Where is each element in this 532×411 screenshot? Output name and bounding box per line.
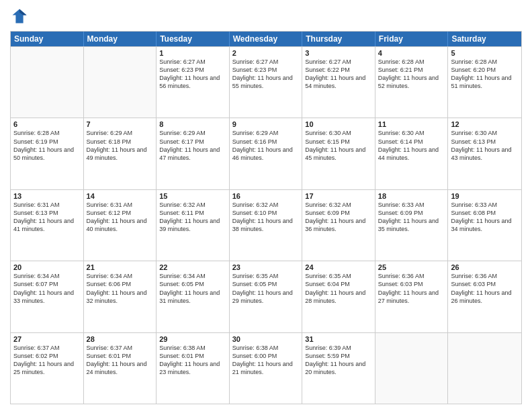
day-info: Sunrise: 6:39 AM Sunset: 5:59 PM Dayligh… xyxy=(305,344,372,377)
day-info: Sunrise: 6:36 AM Sunset: 6:03 PM Dayligh… xyxy=(378,272,445,305)
cal-cell: 17Sunrise: 6:32 AM Sunset: 6:09 PM Dayli… xyxy=(302,190,375,261)
cal-cell: 15Sunrise: 6:32 AM Sunset: 6:11 PM Dayli… xyxy=(157,190,230,261)
day-info: Sunrise: 6:29 AM Sunset: 6:16 PM Dayligh… xyxy=(232,129,300,162)
weekday-header-monday: Monday xyxy=(84,32,157,46)
cal-cell: 29Sunrise: 6:38 AM Sunset: 6:01 PM Dayli… xyxy=(157,333,230,404)
day-number: 14 xyxy=(87,192,154,200)
day-number: 5 xyxy=(451,49,519,57)
weekday-header-sunday: Sunday xyxy=(11,32,84,46)
cal-cell xyxy=(375,333,449,404)
day-info: Sunrise: 6:32 AM Sunset: 6:10 PM Dayligh… xyxy=(232,201,300,234)
cal-cell: 1Sunrise: 6:27 AM Sunset: 6:23 PM Daylig… xyxy=(157,47,230,118)
cal-cell: 14Sunrise: 6:31 AM Sunset: 6:12 PM Dayli… xyxy=(84,190,157,261)
day-number: 24 xyxy=(305,263,372,271)
cal-cell: 19Sunrise: 6:33 AM Sunset: 6:08 PM Dayli… xyxy=(448,190,521,261)
week-row-3: 13Sunrise: 6:31 AM Sunset: 6:13 PM Dayli… xyxy=(11,189,521,261)
day-info: Sunrise: 6:34 AM Sunset: 6:06 PM Dayligh… xyxy=(87,272,154,305)
cal-cell xyxy=(84,47,157,118)
day-info: Sunrise: 6:28 AM Sunset: 6:20 PM Dayligh… xyxy=(451,58,519,91)
weekday-header-thursday: Thursday xyxy=(302,32,375,46)
day-number: 15 xyxy=(159,192,226,200)
cal-cell xyxy=(11,47,84,118)
cal-cell: 4Sunrise: 6:28 AM Sunset: 6:21 PM Daylig… xyxy=(375,47,449,118)
day-info: Sunrise: 6:38 AM Sunset: 6:01 PM Dayligh… xyxy=(159,344,226,377)
cal-cell: 27Sunrise: 6:37 AM Sunset: 6:02 PM Dayli… xyxy=(11,333,84,404)
day-info: Sunrise: 6:36 AM Sunset: 6:03 PM Dayligh… xyxy=(451,272,519,305)
cal-cell: 2Sunrise: 6:27 AM Sunset: 6:23 PM Daylig… xyxy=(230,47,303,118)
day-info: Sunrise: 6:33 AM Sunset: 6:09 PM Dayligh… xyxy=(378,201,445,234)
cal-cell: 31Sunrise: 6:39 AM Sunset: 5:59 PM Dayli… xyxy=(302,333,375,404)
cal-cell: 20Sunrise: 6:34 AM Sunset: 6:07 PM Dayli… xyxy=(11,261,84,332)
day-number: 22 xyxy=(159,263,226,271)
cal-cell: 16Sunrise: 6:32 AM Sunset: 6:10 PM Dayli… xyxy=(230,190,303,261)
day-number: 1 xyxy=(159,49,226,57)
cal-cell: 24Sunrise: 6:35 AM Sunset: 6:04 PM Dayli… xyxy=(302,261,375,332)
cal-cell: 25Sunrise: 6:36 AM Sunset: 6:03 PM Dayli… xyxy=(375,261,449,332)
cal-cell: 5Sunrise: 6:28 AM Sunset: 6:20 PM Daylig… xyxy=(448,47,521,118)
week-row-1: 1Sunrise: 6:27 AM Sunset: 6:23 PM Daylig… xyxy=(11,46,521,118)
cal-cell xyxy=(448,333,521,404)
day-info: Sunrise: 6:28 AM Sunset: 6:21 PM Dayligh… xyxy=(378,58,445,91)
cal-cell: 11Sunrise: 6:30 AM Sunset: 6:14 PM Dayli… xyxy=(375,118,449,189)
day-info: Sunrise: 6:32 AM Sunset: 6:11 PM Dayligh… xyxy=(159,201,226,234)
logo xyxy=(10,7,32,26)
cal-cell: 28Sunrise: 6:37 AM Sunset: 6:01 PM Dayli… xyxy=(84,333,157,404)
header xyxy=(10,7,522,26)
day-info: Sunrise: 6:27 AM Sunset: 6:22 PM Dayligh… xyxy=(305,58,372,91)
weekday-header-wednesday: Wednesday xyxy=(230,32,303,46)
day-info: Sunrise: 6:33 AM Sunset: 6:08 PM Dayligh… xyxy=(451,201,519,234)
day-number: 25 xyxy=(378,263,445,271)
cal-cell: 30Sunrise: 6:38 AM Sunset: 6:00 PM Dayli… xyxy=(230,333,303,404)
day-number: 21 xyxy=(87,263,154,271)
cal-cell: 3Sunrise: 6:27 AM Sunset: 6:22 PM Daylig… xyxy=(302,47,375,118)
day-number: 23 xyxy=(232,263,300,271)
cal-cell: 10Sunrise: 6:30 AM Sunset: 6:15 PM Dayli… xyxy=(302,118,375,189)
day-number: 11 xyxy=(378,120,445,128)
day-number: 16 xyxy=(232,192,300,200)
day-info: Sunrise: 6:27 AM Sunset: 6:23 PM Dayligh… xyxy=(159,58,226,91)
cal-cell: 13Sunrise: 6:31 AM Sunset: 6:13 PM Dayli… xyxy=(11,190,84,261)
day-info: Sunrise: 6:31 AM Sunset: 6:13 PM Dayligh… xyxy=(13,201,81,234)
calendar-body: 1Sunrise: 6:27 AM Sunset: 6:23 PM Daylig… xyxy=(11,46,521,404)
day-number: 12 xyxy=(451,120,519,128)
cal-cell: 22Sunrise: 6:34 AM Sunset: 6:05 PM Dayli… xyxy=(157,261,230,332)
weekday-header-friday: Friday xyxy=(375,32,449,46)
day-info: Sunrise: 6:29 AM Sunset: 6:18 PM Dayligh… xyxy=(87,129,154,162)
day-info: Sunrise: 6:29 AM Sunset: 6:17 PM Dayligh… xyxy=(159,129,226,162)
cal-cell: 8Sunrise: 6:29 AM Sunset: 6:17 PM Daylig… xyxy=(157,118,230,189)
cal-cell: 23Sunrise: 6:35 AM Sunset: 6:05 PM Dayli… xyxy=(230,261,303,332)
day-info: Sunrise: 6:28 AM Sunset: 6:19 PM Dayligh… xyxy=(13,129,81,162)
day-info: Sunrise: 6:27 AM Sunset: 6:23 PM Dayligh… xyxy=(232,58,300,91)
week-row-5: 27Sunrise: 6:37 AM Sunset: 6:02 PM Dayli… xyxy=(11,332,521,404)
day-number: 3 xyxy=(305,49,372,57)
day-number: 7 xyxy=(87,120,154,128)
cal-cell: 18Sunrise: 6:33 AM Sunset: 6:09 PM Dayli… xyxy=(375,190,449,261)
calendar-header: SundayMondayTuesdayWednesdayThursdayFrid… xyxy=(11,32,521,46)
day-info: Sunrise: 6:30 AM Sunset: 6:14 PM Dayligh… xyxy=(378,129,445,162)
day-number: 8 xyxy=(159,120,226,128)
day-number: 20 xyxy=(13,263,81,271)
day-number: 17 xyxy=(305,192,372,200)
calendar: SundayMondayTuesdayWednesdayThursdayFrid… xyxy=(10,31,522,404)
day-number: 10 xyxy=(305,120,372,128)
cal-cell: 7Sunrise: 6:29 AM Sunset: 6:18 PM Daylig… xyxy=(84,118,157,189)
day-info: Sunrise: 6:35 AM Sunset: 6:04 PM Dayligh… xyxy=(305,272,372,305)
week-row-4: 20Sunrise: 6:34 AM Sunset: 6:07 PM Dayli… xyxy=(11,261,521,332)
day-number: 28 xyxy=(87,335,154,343)
day-number: 4 xyxy=(378,49,445,57)
logo-icon xyxy=(10,7,29,26)
day-number: 26 xyxy=(451,263,519,271)
day-number: 31 xyxy=(305,335,372,343)
day-number: 6 xyxy=(13,120,81,128)
day-info: Sunrise: 6:37 AM Sunset: 6:01 PM Dayligh… xyxy=(87,344,154,377)
cal-cell: 9Sunrise: 6:29 AM Sunset: 6:16 PM Daylig… xyxy=(230,118,303,189)
day-number: 13 xyxy=(13,192,81,200)
day-number: 9 xyxy=(232,120,300,128)
day-number: 18 xyxy=(378,192,445,200)
weekday-header-tuesday: Tuesday xyxy=(157,32,230,46)
day-number: 19 xyxy=(451,192,519,200)
day-info: Sunrise: 6:30 AM Sunset: 6:13 PM Dayligh… xyxy=(451,129,519,162)
day-number: 27 xyxy=(13,335,81,343)
week-row-2: 6Sunrise: 6:28 AM Sunset: 6:19 PM Daylig… xyxy=(11,118,521,189)
day-number: 2 xyxy=(232,49,300,57)
